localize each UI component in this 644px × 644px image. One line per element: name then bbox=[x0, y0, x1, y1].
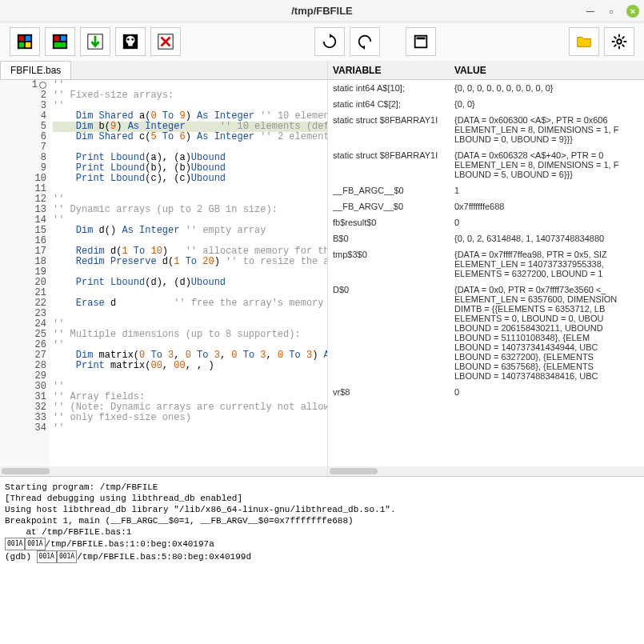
gutter-line[interactable]: 3 bbox=[0, 101, 46, 111]
close-button[interactable]: × bbox=[626, 5, 639, 18]
variable-name: vr$8 bbox=[328, 387, 450, 397]
window-title: /tmp/FBFILE bbox=[291, 5, 353, 17]
settings-button[interactable] bbox=[604, 27, 634, 56]
header-value: VALUE bbox=[450, 65, 644, 76]
terminal-button[interactable] bbox=[406, 27, 436, 56]
variable-name: D$0 bbox=[328, 285, 450, 294]
console[interactable]: Starting program: /tmp/FBFILE[Thread deb… bbox=[0, 476, 644, 644]
console-line: Breakpoint 1, main (__FB_ARGC__$0=1, __F… bbox=[5, 515, 639, 526]
step-into-button[interactable] bbox=[80, 27, 110, 56]
console-line: 001A001A/tmp/FBFILE.bas:1:0:beg:0x40197a bbox=[5, 538, 639, 550]
code-line[interactable]: Print Lbound(d), (d)Ubound bbox=[53, 278, 327, 288]
gutter-line[interactable]: 5 bbox=[0, 122, 46, 132]
gutter-line[interactable]: 6 bbox=[0, 132, 46, 142]
code-line[interactable]: Dim Shared c(5 To 6) As Integer '' 2 ele… bbox=[53, 132, 327, 142]
var-hscroll[interactable] bbox=[328, 466, 644, 476]
minimize-button[interactable]: ─ bbox=[585, 6, 596, 17]
maximize-button[interactable]: ▫ bbox=[606, 6, 617, 17]
code-line[interactable]: Dim d() As Integer '' empty array bbox=[53, 226, 327, 236]
svg-point-19 bbox=[617, 39, 622, 44]
gutter-line[interactable]: 34 bbox=[0, 423, 46, 434]
run-button[interactable] bbox=[10, 27, 40, 56]
variable-row[interactable]: static int64 C$[2];{0, 0} bbox=[328, 96, 644, 112]
variable-row[interactable]: D$0{DATA = 0x0, PTR = 0x7ffff73e3560 <_ … bbox=[328, 282, 644, 384]
variables-panel: VARIABLE VALUE static int64 A$[10];{0, 0… bbox=[328, 61, 644, 476]
variable-row[interactable]: static int64 A$[10];{0, 0, 0, 0, 0, 0, 0… bbox=[328, 80, 644, 96]
code-line[interactable] bbox=[53, 371, 327, 382]
refresh-button[interactable] bbox=[314, 27, 345, 56]
reload-icon bbox=[356, 33, 374, 50]
svg-rect-7 bbox=[61, 36, 66, 41]
code-line[interactable] bbox=[53, 309, 327, 319]
svg-rect-1 bbox=[19, 36, 24, 41]
console-line: Starting program: /tmp/FBFILE bbox=[5, 482, 639, 493]
terminal-group bbox=[406, 27, 436, 56]
code-panel: FBFILE.bas 12345678910111213141516171819… bbox=[0, 61, 328, 476]
gear-icon bbox=[610, 33, 628, 50]
step-icon bbox=[51, 33, 69, 50]
variable-row[interactable]: __FB_ARGC__$01 bbox=[328, 182, 644, 198]
code-line[interactable] bbox=[53, 184, 327, 194]
code-line[interactable]: Print matrix(00, 00, , ) bbox=[53, 361, 327, 371]
toolbar bbox=[0, 22, 644, 61]
file-group bbox=[569, 27, 634, 56]
gutter-line[interactable]: 7 bbox=[0, 142, 46, 153]
control-char-icon: 001A bbox=[37, 550, 57, 563]
variable-value: 0x7fffffffe688 bbox=[450, 202, 644, 211]
variable-row[interactable]: fb$result$00 bbox=[328, 214, 644, 230]
kill-button[interactable] bbox=[115, 27, 146, 56]
svg-point-11 bbox=[126, 36, 135, 45]
variable-row[interactable]: B$0{0, 0, 2, 6314848, 1, 14073748834880 bbox=[328, 230, 644, 246]
console-line: Using host libthread_db library "/lib/x8… bbox=[5, 504, 639, 515]
variable-name: static int64 A$[10]; bbox=[328, 83, 450, 93]
console-line: [Thread debugging using libthread_db ena… bbox=[5, 493, 639, 504]
code-line[interactable]: '' bbox=[53, 423, 327, 434]
variable-row[interactable]: __FB_ARGV__$00x7fffffffe688 bbox=[328, 198, 644, 214]
code-line[interactable]: Redim Preserve d(1 To 20) '' to resize t… bbox=[53, 257, 327, 267]
variable-row[interactable]: static struct $8FBARRAY1I{DATA = 0x60630… bbox=[328, 112, 644, 147]
variable-value: {DATA = 0x0, PTR = 0x7ffff73e3560 <_ ELE… bbox=[450, 285, 644, 381]
console-line: (gdb) 001A001A/tmp/FBFILE.bas:5:80:beg:0… bbox=[5, 550, 639, 563]
main-area: FBFILE.bas 12345678910111213141516171819… bbox=[0, 61, 644, 476]
window-controls: ─ ▫ × bbox=[585, 5, 639, 18]
variable-name: tmp$3$0 bbox=[328, 250, 450, 259]
reload-button[interactable] bbox=[350, 27, 380, 56]
run-icon bbox=[16, 33, 34, 50]
code-editor[interactable]: 1234567891011121314151617181920212223242… bbox=[0, 80, 327, 466]
code-line[interactable]: '' only fixed-size ones) bbox=[53, 413, 327, 423]
tab-file[interactable]: FBFILE.bas bbox=[0, 61, 71, 79]
gutter-line[interactable]: 2 bbox=[0, 90, 46, 101]
refresh-icon bbox=[321, 33, 338, 50]
variable-name: B$0 bbox=[328, 234, 450, 243]
open-button[interactable] bbox=[569, 27, 599, 56]
variable-row[interactable]: vr$80 bbox=[328, 384, 644, 400]
breakpoint-icon[interactable] bbox=[39, 82, 46, 89]
step-button[interactable] bbox=[45, 27, 75, 56]
variables-body[interactable]: static int64 A$[10];{0, 0, 0, 0, 0, 0, 0… bbox=[328, 80, 644, 466]
stop-button[interactable] bbox=[150, 27, 181, 56]
variable-row[interactable]: static struct $8FBARRAY1I{DATA = 0x60632… bbox=[328, 147, 644, 182]
variable-value: {DATA = 0x7ffff7ffea98, PTR = 0x5, SIZ E… bbox=[450, 250, 644, 278]
variable-row[interactable]: tmp$3$0{DATA = 0x7ffff7ffea98, PTR = 0x5… bbox=[328, 246, 644, 282]
code-line[interactable]: '' Fixed-size arrays: bbox=[53, 90, 327, 101]
code-line[interactable]: '' Dynamic arrays (up to 2 GB in size): bbox=[53, 205, 327, 215]
code-line[interactable]: Erase d '' free the array's memory bbox=[53, 298, 327, 309]
gutter-line[interactable]: 4 bbox=[0, 111, 46, 122]
variable-name: __FB_ARGC__$0 bbox=[328, 186, 450, 195]
variable-value: {DATA = 0x606328 <A$+40>, PTR = 0 ELEMEN… bbox=[450, 150, 644, 179]
titlebar: /tmp/FBFILE ─ ▫ × bbox=[0, 0, 644, 22]
code-hscroll[interactable] bbox=[0, 466, 327, 476]
code-body[interactable]: '''' Fixed-size arrays:'' Dim Shared a(0… bbox=[50, 80, 327, 466]
header-variable: VARIABLE bbox=[328, 65, 450, 76]
gutter[interactable]: 1234567891011121314151617181920212223242… bbox=[0, 80, 50, 466]
control-char-icon: 001A bbox=[57, 550, 77, 563]
variable-name: static struct $8FBARRAY1I bbox=[328, 115, 450, 125]
code-line[interactable]: '' Multiple dimensions (up to 8 supporte… bbox=[53, 330, 327, 340]
code-line[interactable]: Print Lbound(c), (c)Ubound bbox=[53, 174, 327, 184]
gutter-line[interactable]: 1 bbox=[0, 80, 46, 90]
variable-value: {0, 0, 2, 6314848, 1, 14073748834880 bbox=[450, 234, 644, 243]
variable-name: __FB_ARGV__$0 bbox=[328, 202, 450, 211]
tab-bar: FBFILE.bas bbox=[0, 61, 327, 80]
gutter-line[interactable]: 8 bbox=[0, 153, 46, 163]
variable-value: 0 bbox=[450, 218, 644, 227]
